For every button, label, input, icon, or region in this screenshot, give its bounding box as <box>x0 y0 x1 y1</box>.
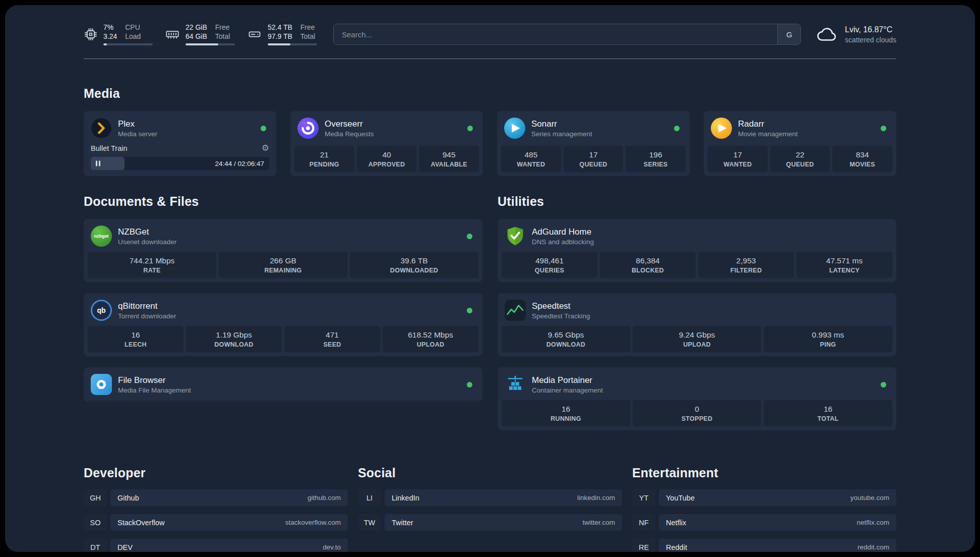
stat-value: 266 GB <box>221 256 345 265</box>
service-card-radarr[interactable]: Radarr Movie management 17 WANTED 22 QUE… <box>704 111 896 176</box>
sonarr-icon <box>504 118 525 139</box>
stat-label: QUEUED <box>772 161 828 168</box>
service-subtitle: Container management <box>532 386 603 394</box>
service-name: NZBGet <box>118 227 176 237</box>
service-name: Speedtest <box>532 301 590 311</box>
stat-label: FILTERED <box>700 267 792 274</box>
pause-icon[interactable] <box>96 161 100 166</box>
stat-label: PENDING <box>296 161 352 168</box>
search-input[interactable] <box>334 24 777 44</box>
stat-wanted: 17 WANTED <box>708 146 768 172</box>
topbar: 7% 3.24 CPU Load <box>84 23 896 45</box>
bookmark-linkedin[interactable]: LI LinkedIn linkedin.com <box>358 489 622 506</box>
gear-icon[interactable]: ⚙ <box>262 144 269 152</box>
stat-total: 16 TOTAL <box>764 400 892 426</box>
service-card-speedtest[interactable]: Speedtest Speedtest Tracking 9.65 Gbps D… <box>498 293 896 356</box>
service-card-sonarr[interactable]: Sonarr Series management 485 WANTED 17 Q… <box>497 111 690 176</box>
stat-downloaded: 39.6 TB DOWNLOADED <box>350 252 478 278</box>
stat-value: 471 <box>286 330 378 340</box>
stat-label: BLOCKED <box>602 267 694 274</box>
bookmark-name: Reddit <box>666 543 687 551</box>
stat-value: 17 <box>710 150 766 159</box>
stat-value: 39.6 TB <box>352 256 476 265</box>
bookmark-stackoverflow[interactable]: SO StackOverflow stackoverflow.com <box>84 514 348 531</box>
bookmark-url: twitter.com <box>582 519 615 526</box>
bookmark-reddit[interactable]: RE Reddit reddit.com <box>632 539 896 552</box>
bookmark-youtube[interactable]: YT YouTube youtube.com <box>632 489 896 506</box>
service-card-portainer[interactable]: Media Portainer Container management 16 … <box>498 367 896 430</box>
stat-value: 744.21 Mbps <box>90 256 214 265</box>
stat-queued: 17 QUEUED <box>564 146 624 172</box>
stat-value: 40 <box>359 150 415 159</box>
stat-value: 22 <box>772 150 828 159</box>
bookmark-name: LinkedIn <box>392 494 419 502</box>
weather-location: Lviv, 16.87°C <box>845 25 896 34</box>
weather-condition: scattered clouds <box>845 36 896 44</box>
stat-approved: 40 APPROVED <box>357 146 417 172</box>
service-name: Sonarr <box>531 119 592 129</box>
stat-value: 2,953 <box>700 256 792 265</box>
stat-leech: 16 LEECH <box>88 326 183 352</box>
filebrowser-icon <box>91 374 112 395</box>
stat-label: LATENCY <box>799 267 890 274</box>
status-dot <box>881 382 886 387</box>
disk-free-value: 52.4 TB <box>268 23 292 31</box>
stat-value: 498,461 <box>504 256 595 265</box>
disk-progress-bar <box>268 43 317 45</box>
search-provider-button[interactable]: G <box>777 24 801 44</box>
status-dot <box>467 382 472 387</box>
service-name: qBittorrent <box>118 301 176 311</box>
plex-icon <box>91 118 112 139</box>
stat-stopped: 0 STOPPED <box>633 400 761 426</box>
stat-value: 16 <box>766 405 890 414</box>
topbar-divider <box>84 59 896 59</box>
bookmark-url: reddit.com <box>858 543 889 551</box>
service-card-qbittorrent[interactable]: qb qBittorrent Torrent downloader 16 LEE… <box>84 293 482 356</box>
stat-value: 485 <box>503 150 559 159</box>
service-card-plex[interactable]: Plex Media server Bullet Train ⚙ <box>84 111 276 176</box>
stat-label: APPROVED <box>359 161 415 168</box>
bookmark-netflix[interactable]: NF Netflix netflix.com <box>632 514 896 531</box>
cloud-icon <box>815 25 838 43</box>
bookmark-dev[interactable]: DT DEV dev.to <box>84 539 348 552</box>
service-card-nzbget[interactable]: nzbget NZBGet Usenet downloader 744.21 M… <box>84 219 482 282</box>
bookmark-url: linkedin.com <box>577 494 615 502</box>
stat-label: RATE <box>90 267 214 274</box>
stat-latency: 47.571 ms LATENCY <box>797 252 892 278</box>
search-bar: G <box>333 24 801 45</box>
service-card-overseerr[interactable]: Overseerr Media Requests 21 PENDING 40 A… <box>290 111 483 176</box>
stat-filtered: 2,953 FILTERED <box>698 252 794 278</box>
stat-value: 17 <box>566 150 622 159</box>
playback-progress-bar[interactable]: 24:44 / 02:06:47 <box>91 157 269 170</box>
stat-value: 9.24 Gbps <box>635 330 759 340</box>
stat-label: RUNNING <box>504 415 628 422</box>
stat-label: QUEUED <box>566 161 622 168</box>
bookmark-url: stackoverflow.com <box>285 519 341 526</box>
disk-widget: 52.4 TB 97.9 TB Free Total <box>247 23 317 45</box>
section-title-social: Social <box>358 466 622 480</box>
stat-seed: 471 SEED <box>284 326 380 352</box>
nzbget-icon: nzbget <box>91 226 112 247</box>
bookmark-abbr: RE <box>632 539 655 552</box>
service-name: Plex <box>118 119 157 129</box>
service-card-filebrowser[interactable]: File Browser Media File Management <box>84 367 482 402</box>
stat-upload: 618.52 Mbps UPLOAD <box>383 326 478 352</box>
stat-value: 9.65 Gbps <box>504 330 628 340</box>
qbittorrent-icon-text: qb <box>97 306 105 314</box>
service-card-adguard[interactable]: AdGuard Home DNS and adblocking 498,461 … <box>498 219 896 282</box>
speedtest-icon <box>505 300 526 321</box>
bookmark-twitter[interactable]: TW Twitter twitter.com <box>358 514 622 531</box>
stat-label: UPLOAD <box>635 341 759 348</box>
bookmark-github[interactable]: GH Github github.com <box>84 489 348 506</box>
service-subtitle: Torrent downloader <box>118 312 176 320</box>
bookmark-url: dev.to <box>323 543 341 551</box>
service-subtitle: DNS and adblocking <box>532 238 594 246</box>
disk-total-label: Total <box>300 32 316 40</box>
stat-label: WANTED <box>503 161 559 168</box>
weather-widget[interactable]: Lviv, 16.87°C scattered clouds <box>815 25 896 44</box>
stat-label: MOVIES <box>834 161 890 168</box>
stat-available: 945 AVAILABLE <box>419 146 479 172</box>
stat-label: DOWNLOADED <box>352 267 476 274</box>
bookmarks-social: Social LI LinkedIn linkedin.com TW Twitt… <box>358 466 622 552</box>
stat-value: 618.52 Mbps <box>385 330 476 340</box>
